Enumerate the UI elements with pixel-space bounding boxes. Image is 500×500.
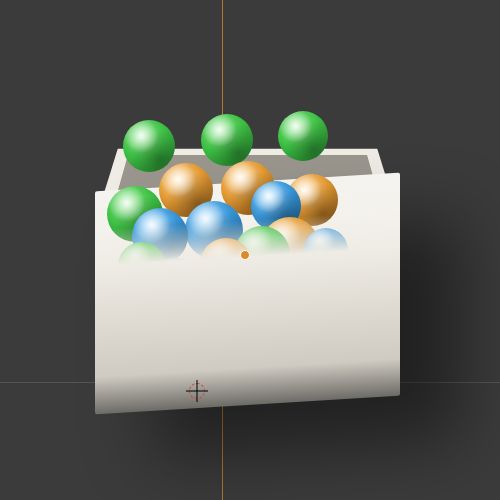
object-origin-dot [240,250,250,260]
sphere-green[interactable] [123,120,175,172]
viewport-3d[interactable] [0,0,500,500]
sphere-blue[interactable] [205,269,259,323]
container-cube[interactable] [95,72,405,407]
sphere-blue[interactable] [150,258,202,310]
sphere-orange[interactable] [265,261,319,315]
sphere-green[interactable] [278,111,328,161]
sphere-green[interactable] [201,114,253,166]
sphere-blue[interactable] [304,228,348,272]
